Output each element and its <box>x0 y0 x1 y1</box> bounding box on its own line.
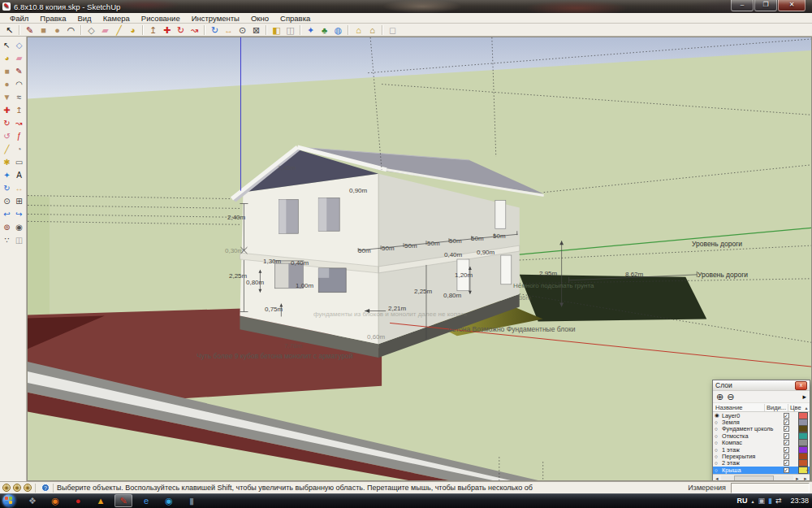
measurements-input[interactable] <box>731 483 810 493</box>
position-camera-tool-button[interactable]: ⊚ <box>1 220 13 233</box>
claim-credit-icon[interactable]: ◉ <box>24 484 32 492</box>
program-icon[interactable]: ▮ <box>768 497 772 505</box>
layers-panel-titlebar[interactable]: Слои x <box>713 380 810 391</box>
push-pull-tool-button[interactable]: ↥ <box>13 103 25 116</box>
zoom-tool-button[interactable]: ⊙ <box>235 24 249 36</box>
radio-off-icon[interactable]: ○ <box>713 426 722 432</box>
zoom-extents-tool-button[interactable]: ⊠ <box>249 24 263 36</box>
scroll-down-icon[interactable]: ▾ <box>806 467 809 473</box>
menu-item-4[interactable]: Камера <box>97 14 136 23</box>
section-plane-icon-button[interactable]: ◻ <box>386 24 400 36</box>
menu-item-2[interactable]: Правка <box>34 14 71 23</box>
visibility-checkbox[interactable]: ✓ <box>784 467 789 473</box>
scroll-up-icon[interactable]: ▴ <box>803 405 810 410</box>
select-tool-button[interactable]: ↖ <box>2 24 16 36</box>
circle-tool-button[interactable]: ● <box>1 77 13 90</box>
credits-icon[interactable]: ◉ <box>13 484 21 492</box>
section-plane-tool-button[interactable]: ◫ <box>13 233 25 246</box>
tape-measure-tool-button[interactable]: ╱ <box>112 24 126 36</box>
radio-off-icon[interactable]: ○ <box>713 419 722 425</box>
close-button[interactable]: ✕ <box>778 0 806 11</box>
opera-icon-button[interactable]: ● <box>69 494 87 507</box>
visibility-checkbox[interactable]: ✓ <box>784 413 789 419</box>
visibility-checkbox[interactable]: ✓ <box>784 419 789 425</box>
skype-icon-button[interactable]: ◉ <box>160 494 178 507</box>
make-component-tool-button[interactable]: ◇ <box>13 38 25 51</box>
polygon-tool-button[interactable]: ▼ <box>1 90 13 103</box>
add-person-icon-button[interactable]: ✦ <box>304 24 317 36</box>
push-pull-tool-button[interactable]: ↥ <box>146 24 160 36</box>
select-tool-button[interactable]: ↖ <box>1 38 13 51</box>
line-tool-button[interactable]: ✎ <box>23 24 37 36</box>
visibility-checkbox[interactable]: ✓ <box>784 440 789 445</box>
add-layer-icon[interactable]: ⊕ <box>716 393 723 402</box>
column-name[interactable]: Название <box>713 404 764 411</box>
scroll-corner-icon[interactable]: ▸ <box>801 475 810 481</box>
tray-expand-icon[interactable]: ▴ <box>751 498 754 504</box>
share-model-icon-button[interactable]: ⌂ <box>365 24 379 36</box>
rectangle-tool-button[interactable]: ■ <box>1 64 13 77</box>
sync-icon[interactable]: ⇄ <box>775 497 782 505</box>
internet-explorer-icon-button[interactable]: e <box>137 494 155 507</box>
rotate-tool-button[interactable]: ↻ <box>1 116 13 129</box>
help-icon[interactable]: ? <box>41 484 50 492</box>
rotate-tool-button[interactable]: ↻ <box>174 24 188 36</box>
follow-me-tool-button[interactable]: ↝ <box>13 116 25 129</box>
intersect-tool-button[interactable]: ƒ <box>13 129 25 142</box>
eraser-tool-button[interactable]: ▰ <box>13 51 25 64</box>
visibility-checkbox[interactable]: ✓ <box>784 426 789 432</box>
photo-match-icon-button[interactable]: ◧ <box>270 24 283 36</box>
sketchup-icon-button[interactable]: ✎ <box>114 494 132 507</box>
protractor-tool-button[interactable]: ◔ <box>13 142 25 155</box>
menu-item-1[interactable]: Файл <box>4 14 34 23</box>
column-color[interactable]: Цве <box>788 404 803 411</box>
layer-row[interactable]: ○Крыша✓ <box>713 467 810 473</box>
walk-tool-button[interactable]: ∵ <box>1 233 13 246</box>
maximize-button[interactable]: ❐ <box>754 0 777 11</box>
start-button[interactable] <box>2 494 15 507</box>
circle-tool-button[interactable]: ● <box>50 24 64 36</box>
zoom-window-tool-button[interactable]: ⊞ <box>13 194 25 207</box>
google-earth-icon-button[interactable]: ◍ <box>331 24 345 36</box>
radio-off-icon[interactable]: ○ <box>713 440 722 445</box>
scroll-right-icon[interactable]: ▸ <box>793 475 801 481</box>
language-bar-icon[interactable]: ▣ <box>758 497 765 505</box>
layers-panel[interactable]: Слои x ⊕ ⊖ ▸ Название Види... Цве ▴ ◉Lay… <box>712 380 810 481</box>
remove-layer-icon[interactable]: ⊖ <box>727 393 734 402</box>
3d-text-tool-button[interactable]: ✦ <box>1 168 13 181</box>
paint-bucket-tool-button[interactable]: ◕ <box>126 24 140 36</box>
radio-off-icon[interactable]: ○ <box>713 447 722 453</box>
visibility-checkbox[interactable]: ✓ <box>784 433 789 439</box>
tape-measure-tool-button[interactable]: ╱ <box>1 142 13 155</box>
text-tool-button[interactable]: A <box>13 168 25 181</box>
model-viewport[interactable]: 1,45m0,90m2,40m0,30m2,25m1,30m0,40m0,80m… <box>27 37 812 481</box>
radio-off-icon[interactable]: ○ <box>713 433 722 439</box>
move-tool-button[interactable]: ✚ <box>160 24 174 36</box>
orbit-tool-button[interactable]: ↻ <box>208 24 222 36</box>
radio-on-icon[interactable]: ◉ <box>713 412 722 419</box>
zoom-next-tool-button[interactable]: ↪ <box>13 207 25 220</box>
zoom-tool-button[interactable]: ⊙ <box>1 194 13 207</box>
radio-off-icon[interactable]: ○ <box>713 467 722 473</box>
firefox-icon-button[interactable]: ◉ <box>46 494 64 507</box>
show-desktop-icon-button[interactable]: ❖ <box>24 494 41 507</box>
menu-item-7[interactable]: Окно <box>245 14 274 23</box>
radio-off-icon[interactable]: ○ <box>713 460 722 466</box>
move-tool-button[interactable]: ✚ <box>1 103 13 116</box>
app-icon-button[interactable]: ▮ <box>183 494 201 507</box>
minimize-button[interactable]: – <box>731 0 754 11</box>
follow-me-tool-button[interactable]: ↝ <box>188 24 201 36</box>
visibility-checkbox[interactable]: ✓ <box>784 460 789 466</box>
scrollbar-track[interactable] <box>721 475 793 481</box>
rectangle-tool-button[interactable]: ■ <box>37 24 50 36</box>
menu-item-8[interactable]: Справка <box>274 14 316 23</box>
taskbar-clock[interactable]: 23:38 <box>790 497 809 505</box>
add-plant-icon-button[interactable]: ♣ <box>317 24 331 36</box>
orbit-tool-button[interactable]: ↻ <box>1 181 13 194</box>
pan-tool-button[interactable]: ↔ <box>222 24 235 36</box>
radio-off-icon[interactable]: ○ <box>713 454 722 459</box>
menu-item-6[interactable]: Инструменты <box>186 14 245 23</box>
arc-tool-button[interactable]: ◠ <box>64 24 78 36</box>
section-display-icon-button[interactable]: ◫ <box>283 24 297 36</box>
pan-tool-button[interactable]: ↔ <box>13 181 25 194</box>
